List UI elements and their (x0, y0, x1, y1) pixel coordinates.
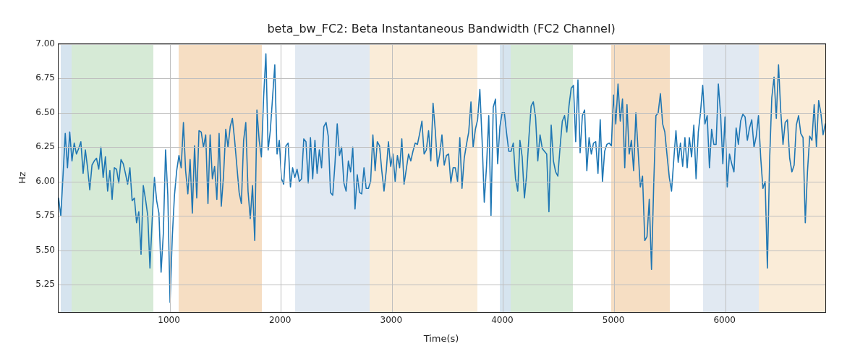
y-axis-label-container: Hz (14, 43, 29, 311)
y-tick-label: 6.00 (29, 176, 55, 186)
line-series (59, 44, 825, 312)
figure: beta_bw_FC2: Beta Instantaneous Bandwidt… (0, 0, 868, 362)
gridline-h (59, 147, 825, 148)
gridline-h (59, 44, 825, 45)
y-tick-label: 7.00 (29, 38, 55, 49)
x-tick-label: 2000 (262, 315, 298, 325)
x-tick-label: 4000 (484, 315, 520, 325)
gridline-h (59, 251, 825, 251)
y-tick-label: 6.75 (29, 72, 55, 83)
y-tick-label: 6.25 (29, 141, 55, 151)
x-tick-label: 5000 (595, 315, 631, 325)
gridline-v (503, 44, 503, 312)
gridline-v (726, 44, 726, 312)
gridline-h (59, 113, 825, 114)
plot-area (58, 43, 826, 313)
gridline-v (281, 44, 281, 312)
gridline-v (614, 44, 615, 312)
chart-title: beta_bw_FC2: Beta Instantaneous Bandwidt… (58, 22, 825, 35)
x-axis-label: Time(s) (58, 333, 825, 344)
y-tick-label: 5.50 (29, 245, 55, 255)
gridline-v (170, 44, 171, 312)
y-tick-label: 6.50 (29, 107, 55, 117)
gridline-h (59, 216, 825, 216)
series-line (59, 54, 825, 302)
x-tick-label: 6000 (707, 315, 743, 325)
gridline-h (59, 182, 825, 182)
gridline-h (59, 285, 825, 285)
y-tick-label: 5.75 (29, 210, 55, 220)
y-axis-label: Hz (16, 172, 27, 184)
gridline-v (392, 44, 393, 312)
x-tick-label: 3000 (373, 315, 409, 325)
x-tick-label: 1000 (151, 315, 187, 325)
gridline-h (59, 78, 825, 79)
y-tick-label: 5.25 (29, 279, 55, 289)
